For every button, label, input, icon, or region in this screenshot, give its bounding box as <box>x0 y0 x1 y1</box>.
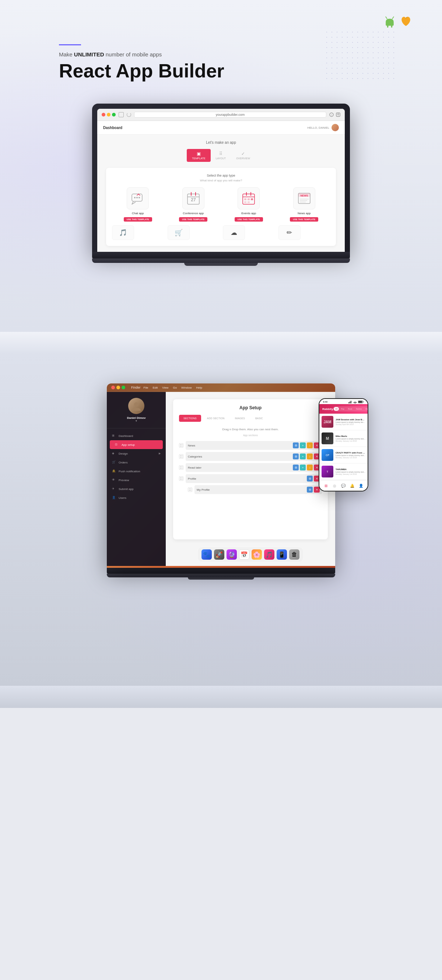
setup-tab-images[interactable]: IMAGES <box>231 415 249 422</box>
news-btn-orange[interactable]: ↕ <box>307 442 313 448</box>
sidebar-item-appsetup[interactable]: ⊡ App setup <box>110 440 163 449</box>
music-info-miko: Miko Marlo Lorem ipsum is simply dummy t… <box>336 435 365 442</box>
profile-btn-blue[interactable]: ⚙ <box>307 476 313 482</box>
dock-calendar[interactable]: 📅 <box>239 549 249 560</box>
categories-btn-blue[interactable]: ⚙ <box>293 453 299 460</box>
close-dot <box>101 113 105 116</box>
sidebar-item-users[interactable]: 👤 Users <box>107 493 166 502</box>
readlater-btn-teal[interactable]: + <box>300 465 306 471</box>
setup-tab-sections[interactable]: SECTIONS <box>179 415 201 422</box>
tab-overview[interactable]: ✓ OVERVIEW <box>231 149 255 162</box>
phone-music-list: JAM JAM Session with Jose Buzz Lorem ips… <box>319 414 368 480</box>
hello-daniel: HELLO, DANIEL <box>307 126 329 129</box>
dock-launchpad[interactable]: 🚀 <box>214 549 224 560</box>
svg-point-37 <box>180 455 181 456</box>
svg-text:i: i <box>331 113 332 116</box>
drag-handle-news[interactable] <box>179 443 184 448</box>
categories-label: Categories <box>188 455 291 458</box>
phone-chat-icon[interactable]: 💬 <box>341 483 346 488</box>
sidebar-submit-label: Submit app <box>119 487 133 491</box>
phone-status-icons <box>349 400 364 403</box>
mac-body: Daniel Dimov ▼ ⊞ Dashboard ⊡ A <box>107 392 335 566</box>
chat-use-template-button[interactable]: USE THIS TEMPLATE <box>124 217 152 221</box>
profile-action-btns: ⚙ ✕ <box>307 476 320 482</box>
myprofile-btn-blue[interactable]: ⚙ <box>307 487 313 493</box>
hero-accent-line <box>59 44 81 45</box>
readlater-btn-orange[interactable]: ↕ <box>307 465 313 471</box>
events-use-template-button[interactable]: USE THIS TEMPLATE <box>234 217 263 221</box>
dock-trash[interactable]: 🗑 <box>289 549 299 560</box>
categories-btn-teal[interactable]: + <box>300 453 306 460</box>
svg-rect-58 <box>358 401 362 402</box>
chat-icon-box <box>127 187 149 209</box>
tab-layout-label: LAYOUT <box>216 157 226 160</box>
sidebar-push-label: Push notification <box>119 470 140 473</box>
macbook-bottom <box>92 252 350 258</box>
phone-bell-icon[interactable]: 🔔 <box>349 483 355 488</box>
music-item-jam[interactable]: JAM JAM Session with Jose Buzz Lorem ips… <box>319 414 368 430</box>
section-gap <box>0 332 442 354</box>
macbook-foot <box>184 263 258 266</box>
sidebar-item-dashboard[interactable]: ⊞ Dashboard <box>107 431 166 440</box>
hero-subtitle: Make UNLIMITED number of mobile apps <box>59 51 442 57</box>
drag-handle-readlater[interactable] <box>179 465 184 470</box>
conference-app-label: Conference app <box>183 212 204 215</box>
setup-tab-addsection[interactable]: ADD SECTION <box>203 415 229 422</box>
events-app-label: Events app <box>241 212 256 215</box>
sidebar-item-submit[interactable]: ✈ Submit app <box>107 484 166 493</box>
phone-home-icon[interactable]: ⊞ <box>323 483 329 488</box>
news-use-template-button[interactable]: USE THIS TEMPLATE <box>290 217 318 221</box>
menu-help[interactable]: Help <box>196 386 202 389</box>
music-info-tarumba: TARUMBA Lorem ipsum is simply dummy text… <box>336 468 365 475</box>
svg-point-40 <box>182 457 182 458</box>
sidebar-item-push[interactable]: 🔔 Push notification <box>107 467 166 476</box>
drag-handle-profile[interactable] <box>179 476 184 481</box>
shop-app-partial: 🛒 <box>168 225 190 240</box>
music-item-crazy[interactable]: CP CRAZY PARTY with From D... Lorem ipsu… <box>319 447 368 463</box>
phone-tab-pop[interactable]: Pop <box>340 407 346 411</box>
svg-point-50 <box>190 488 191 489</box>
dock-appstore[interactable]: 📱 <box>277 549 287 560</box>
phone-tab-rock[interactable]: Rock <box>347 407 353 411</box>
sidebar-item-preview[interactable]: 👁 Preview <box>107 476 166 484</box>
macbook-top: yourappbuilder.com i <box>92 103 350 252</box>
menu-edit[interactable]: Edit <box>152 386 158 389</box>
dock-music[interactable]: 🎵 <box>264 549 274 560</box>
phone-bottom-bar: ⊞ ◎ 💬 🔔 👤 <box>319 480 368 491</box>
music-item-miko[interactable]: M Miko Marlo Lorem ipsum is simply dummy… <box>319 430 368 447</box>
phone-tab-all[interactable]: All <box>334 407 339 411</box>
news-btn-teal[interactable]: + <box>300 442 306 448</box>
tab-overview-label: OVERVIEW <box>236 157 250 160</box>
dock-siri[interactable]: 🔮 <box>227 549 237 560</box>
setup-tab-basic[interactable]: BASIC <box>251 415 268 422</box>
music-item-tarumba[interactable]: T TARUMBA Lorem ipsum is simply dummy te… <box>319 463 368 480</box>
conference-use-template-button[interactable]: USE THIS TEMPLATE <box>179 217 208 221</box>
readlater-row-bar: Read later ⚙ + ↕ ✕ <box>185 463 322 472</box>
tab-template[interactable]: ▣ TEMPLATE <box>187 149 210 162</box>
phone-map-icon[interactable]: ◎ <box>332 483 338 488</box>
dock-photos[interactable]: 🌸 <box>252 549 262 560</box>
myprofile-label: My Profile <box>197 488 305 492</box>
menu-view[interactable]: View <box>162 386 168 389</box>
news-btn-blue[interactable]: ⚙ <box>293 442 299 448</box>
menu-window[interactable]: Window <box>181 386 192 389</box>
sidebar-item-orders[interactable]: 🛒 Orders <box>107 458 166 467</box>
tab-layout[interactable]: ⠿ LAYOUT <box>211 149 231 162</box>
sidebar-item-design[interactable]: ◈ Design ▶ <box>107 449 166 458</box>
phone-tab-hiphop[interactable]: HipHop <box>364 407 368 411</box>
svg-point-36 <box>182 446 182 447</box>
events-app-icon <box>241 191 256 206</box>
drag-handle-myprofile[interactable] <box>188 487 192 492</box>
phone-tab-techno[interactable]: Techno <box>354 407 363 411</box>
drag-handle-categories[interactable] <box>179 454 184 459</box>
readlater-btn-blue[interactable]: ⚙ <box>293 465 299 471</box>
svg-text:27: 27 <box>191 197 196 202</box>
preview-icon: 👁 <box>112 478 116 482</box>
macbook2-base <box>107 574 335 578</box>
categories-btn-orange[interactable]: ↕ <box>307 453 313 460</box>
dock-finder[interactable]: 🐾 <box>201 549 212 560</box>
menu-go[interactable]: Go <box>173 386 177 389</box>
readlater-label: Read later <box>188 466 291 469</box>
phone-user-icon[interactable]: 👤 <box>358 483 364 488</box>
menu-file[interactable]: File <box>144 386 149 389</box>
